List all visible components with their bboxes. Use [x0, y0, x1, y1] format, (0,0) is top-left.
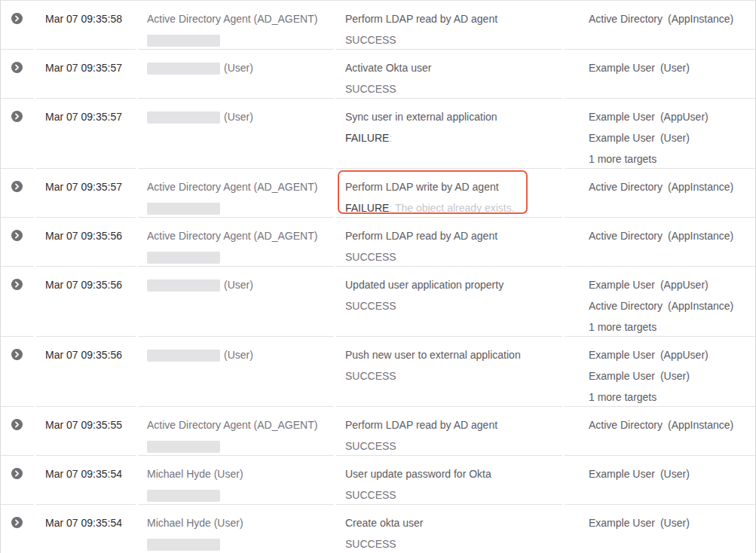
- actor-cell: (User): [138, 267, 334, 337]
- event-time: Mar 07 09:35:58: [36, 1, 136, 50]
- event-title: User update password for Okta: [345, 463, 562, 484]
- event-title: Activate Okta user: [345, 57, 562, 78]
- table-row: Mar 07 09:35:55 Active Directory Agent (…: [1, 407, 755, 456]
- chevron-right-circle-icon: [11, 349, 23, 360]
- event-status-line: SUCCESS: [345, 533, 562, 553]
- expand-row-button[interactable]: [11, 279, 23, 290]
- target-item: Active Directory(AppInstance): [589, 295, 755, 316]
- chevron-right-circle-icon: [11, 181, 23, 192]
- target-name: Active Directory: [589, 419, 663, 431]
- redacted-actor-detail-box: [147, 203, 220, 215]
- redacted-actor-detail-box: [147, 539, 220, 551]
- target-name: Active Directory: [589, 300, 663, 312]
- chevron-right-circle-icon: [11, 419, 23, 430]
- event-status-line: SUCCESS: [345, 78, 562, 99]
- actor-cell: (User): [138, 99, 334, 169]
- targets-cell: Example User(AppUser)Example User(User)1…: [565, 99, 755, 169]
- redacted-actor-detail-box: [147, 490, 220, 502]
- expand-row-button[interactable]: [11, 111, 23, 122]
- event-cell: Activate Okta user SUCCESS: [336, 50, 562, 99]
- expand-cell: [1, 505, 34, 553]
- target-type: (User): [660, 132, 690, 144]
- system-log-table: Mar 07 09:35:58 Active Directory Agent (…: [0, 0, 756, 553]
- expand-row-button[interactable]: [11, 349, 23, 360]
- target-name: Example User: [589, 111, 655, 123]
- redacted-actor-detail-box: [147, 35, 220, 47]
- target-name: Example User: [589, 370, 655, 382]
- target-name: Example User: [589, 349, 655, 361]
- target-item: Example User(User): [589, 57, 755, 78]
- expand-row-button[interactable]: [11, 517, 23, 528]
- targets-cell: Example User(User): [565, 50, 755, 99]
- actor-line: [147, 197, 334, 218]
- target-item: Example User(User): [589, 127, 755, 148]
- expand-row-button[interactable]: [11, 13, 23, 24]
- targets-cell: Example User(AppUser)Active Directory(Ap…: [565, 267, 755, 337]
- event-time: Mar 07 09:35:55: [36, 407, 136, 456]
- actor-cell: Active Directory Agent (AD_AGENT): [138, 407, 334, 456]
- target-item: Example User(User): [589, 512, 755, 533]
- actor-cell: Active Directory Agent (AD_AGENT): [138, 169, 334, 218]
- expand-row-button[interactable]: [11, 468, 23, 479]
- event-status: SUCCESS: [345, 489, 396, 501]
- expand-cell: [1, 407, 34, 456]
- actor-cell: Michael Hyde (User): [138, 456, 334, 505]
- target-item: Active Directory(AppInstance): [589, 176, 755, 197]
- event-title: Perform LDAP read by AD agent: [345, 414, 562, 435]
- event-cell: Sync user in external application FAILUR…: [336, 99, 562, 169]
- event-status-line: SUCCESS: [345, 365, 562, 386]
- expand-row-button[interactable]: [11, 419, 23, 430]
- actor-line: [147, 484, 334, 505]
- event-time: Mar 07 09:35:57: [36, 99, 136, 169]
- target-name: Example User: [589, 517, 655, 529]
- event-status: FAILURE: [345, 202, 389, 214]
- event-status: SUCCESS: [345, 300, 396, 312]
- target-type: (AppInstance): [668, 181, 733, 193]
- actor-cell: (User): [138, 337, 334, 407]
- table-row: Mar 07 09:35:58 Active Directory Agent (…: [1, 1, 755, 50]
- event-title: Create okta user: [345, 512, 562, 533]
- event-cell: Perform LDAP read by AD agent SUCCESS: [336, 218, 562, 267]
- table-row: Mar 07 09:35:57 Active Directory Agent (…: [1, 169, 755, 218]
- event-time: Mar 07 09:35:57: [36, 50, 136, 99]
- chevron-right-circle-icon: [11, 230, 23, 241]
- event-time: Mar 07 09:35:56: [36, 267, 136, 337]
- actor-name: Active Directory Agent (AD_AGENT): [147, 414, 334, 435]
- table-row: Mar 07 09:35:56 Active Directory Agent (…: [1, 218, 755, 267]
- target-type: (AppInstance): [668, 230, 733, 242]
- event-title: Perform LDAP read by AD agent: [345, 8, 562, 29]
- more-targets: 1 more targets: [589, 386, 755, 407]
- expand-row-button[interactable]: [11, 181, 23, 192]
- event-status: SUCCESS: [345, 34, 396, 46]
- target-type: (User): [660, 62, 690, 74]
- actor-line: [147, 533, 334, 553]
- chevron-right-circle-icon: [11, 279, 23, 290]
- actor-line: (User): [147, 57, 334, 78]
- expand-cell: [1, 99, 34, 169]
- actor-line: (User): [147, 274, 334, 295]
- chevron-right-circle-icon: [11, 517, 23, 528]
- expand-row-button[interactable]: [11, 62, 23, 73]
- event-status: SUCCESS: [345, 538, 396, 550]
- target-type: (User): [660, 468, 690, 480]
- expand-cell: [1, 337, 34, 407]
- target-name: Example User: [589, 132, 655, 144]
- table-row: Mar 07 09:35:56 (User) Push new user to …: [1, 337, 755, 407]
- actor-cell: Active Directory Agent (AD_AGENT): [138, 218, 334, 267]
- target-name: Active Directory: [589, 13, 663, 25]
- redacted-actor-name-box: [147, 112, 220, 124]
- event-title: Perform LDAP read by AD agent: [345, 225, 562, 246]
- expand-cell: [1, 456, 34, 505]
- event-time: Mar 07 09:35:57: [36, 169, 136, 218]
- actor-name: Michael Hyde (User): [147, 512, 334, 533]
- targets-cell: Active Directory(AppInstance): [565, 407, 755, 456]
- event-status-line: SUCCESS: [345, 484, 562, 505]
- chevron-right-circle-icon: [11, 468, 23, 479]
- expand-cell: [1, 1, 34, 50]
- table-row: Mar 07 09:35:54 Michael Hyde (User) Crea…: [1, 505, 755, 553]
- targets-cell: Example User(User): [565, 505, 755, 553]
- table-row: Mar 07 09:35:57 (User) Activate Okta use…: [1, 50, 755, 99]
- targets-cell: Example User(User): [565, 456, 755, 505]
- expand-row-button[interactable]: [11, 230, 23, 241]
- event-status: SUCCESS: [345, 370, 396, 382]
